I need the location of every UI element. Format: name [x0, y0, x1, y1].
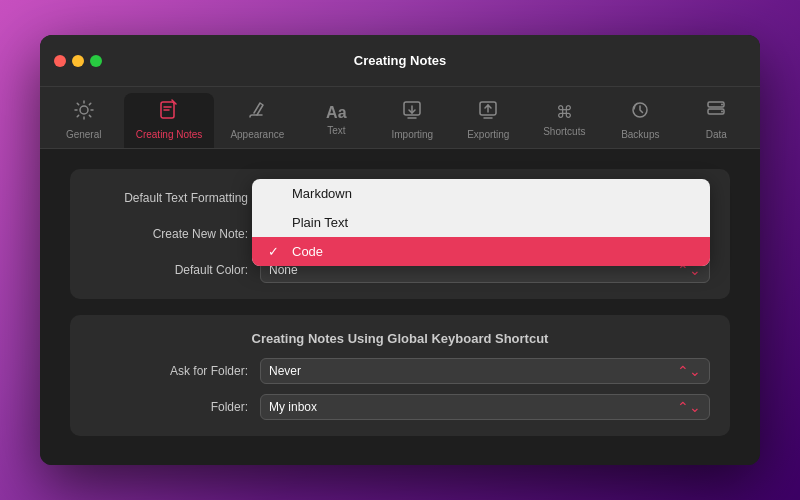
tab-data-label: Data: [706, 129, 727, 140]
tab-importing-label: Importing: [391, 129, 433, 140]
data-icon: [705, 99, 727, 126]
tab-shortcuts-label: Shortcuts: [543, 126, 585, 137]
tab-appearance[interactable]: Appearance: [218, 93, 296, 148]
default-color-label: Default Color:: [90, 263, 260, 277]
folder-select[interactable]: My inbox ⌃⌄: [260, 394, 710, 420]
toolbar: General Creating Notes Appearance: [40, 87, 760, 149]
shortcut-section-title: Creating Notes Using Global Keyboard Sho…: [90, 331, 710, 346]
tab-text-label: Text: [327, 125, 345, 136]
tab-creating-notes[interactable]: Creating Notes: [124, 93, 215, 148]
ask-for-folder-row: Ask for Folder: Never ⌃⌄: [90, 358, 710, 384]
shortcut-settings-card: Creating Notes Using Global Keyboard Sho…: [70, 315, 730, 436]
text-icon: Aa: [326, 104, 346, 122]
exporting-icon: [477, 99, 499, 126]
importing-icon: [401, 99, 423, 126]
tab-general[interactable]: General: [48, 93, 120, 148]
window-title: Creating Notes: [40, 53, 760, 68]
backups-icon: [629, 99, 651, 126]
tab-shortcuts[interactable]: ⌘ Shortcuts: [528, 96, 600, 145]
tab-backups-label: Backups: [621, 129, 659, 140]
folder-row: Folder: My inbox ⌃⌄: [90, 394, 710, 420]
svg-point-0: [80, 106, 88, 114]
creating-notes-icon: [158, 99, 180, 126]
minimize-button[interactable]: [72, 55, 84, 67]
app-window: Creating Notes General Creating: [40, 35, 760, 465]
tab-importing[interactable]: Importing: [376, 93, 448, 148]
maximize-button[interactable]: [90, 55, 102, 67]
formatting-dropdown[interactable]: Markdown Plain Text ✓ Code: [252, 179, 710, 266]
tab-general-label: General: [66, 129, 102, 140]
ask-for-folder-arrow-icon: ⌃⌄: [677, 363, 701, 379]
dropdown-item-code[interactable]: ✓ Code: [252, 237, 710, 266]
svg-point-8: [721, 111, 723, 113]
tab-exporting[interactable]: Exporting: [452, 93, 524, 148]
tab-exporting-label: Exporting: [467, 129, 509, 140]
ask-for-folder-label: Ask for Folder:: [90, 364, 260, 378]
tab-appearance-label: Appearance: [230, 129, 284, 140]
content-area: Markdown Plain Text ✓ Code Default Text …: [40, 149, 760, 465]
tab-backups[interactable]: Backups: [604, 93, 676, 148]
general-icon: [73, 99, 95, 126]
shortcuts-icon: ⌘: [556, 102, 573, 123]
traffic-lights: [40, 55, 102, 67]
svg-point-7: [721, 104, 723, 106]
folder-label: Folder:: [90, 400, 260, 414]
tab-data[interactable]: Data: [680, 93, 752, 148]
close-button[interactable]: [54, 55, 66, 67]
title-bar: Creating Notes: [40, 35, 760, 87]
default-text-formatting-label: Default Text Formatting: [90, 191, 260, 205]
tab-creating-notes-label: Creating Notes: [136, 129, 203, 140]
dropdown-item-plain-text[interactable]: Plain Text: [252, 208, 710, 237]
create-new-note-label: Create New Note:: [90, 227, 260, 241]
main-settings-card: Markdown Plain Text ✓ Code Default Text …: [70, 169, 730, 299]
dropdown-item-markdown[interactable]: Markdown: [252, 179, 710, 208]
ask-for-folder-select[interactable]: Never ⌃⌄: [260, 358, 710, 384]
tab-text[interactable]: Aa Text: [300, 98, 372, 144]
folder-arrow-icon: ⌃⌄: [677, 399, 701, 415]
appearance-icon: [246, 99, 268, 126]
